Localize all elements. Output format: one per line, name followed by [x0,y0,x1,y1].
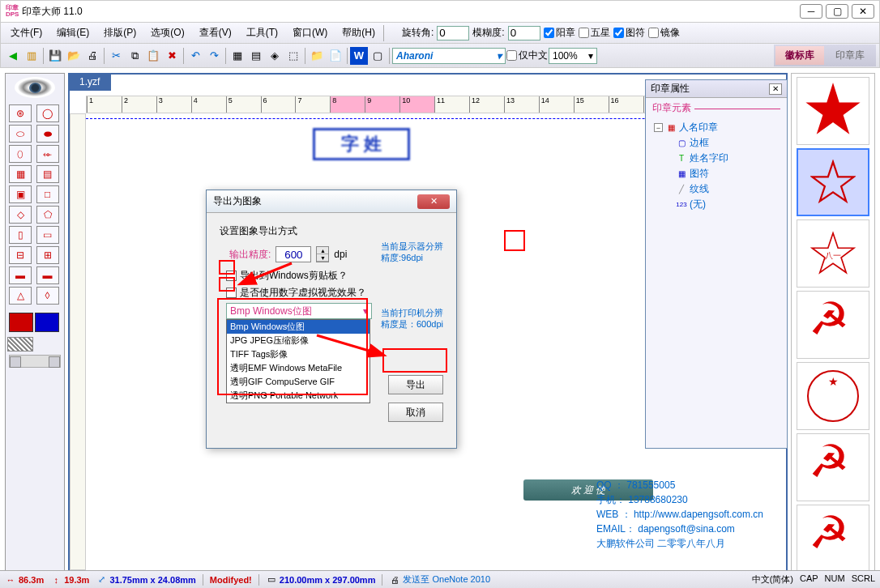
tree-line[interactable]: ╱纹线 [654,181,779,197]
close-button[interactable]: ✕ [852,4,874,19]
shape-diamond[interactable]: ◇ [9,206,32,224]
menu-tools[interactable]: 工具(T) [240,24,284,41]
delete-icon[interactable]: ✖ [163,47,181,65]
fmt-bmp[interactable]: Bmp Windows位图 [227,320,370,334]
tool1-icon[interactable]: ▦ [229,47,246,65]
blur-input[interactable] [508,26,540,40]
shape-square[interactable]: □ [36,185,59,203]
text-icon[interactable]: ▢ [369,47,387,65]
undo-icon[interactable]: ↶ [186,47,204,65]
chk-cn-only[interactable]: 仅中文 [506,49,548,62]
shape-ring[interactable]: ⬰ [36,145,59,163]
minimize-button[interactable]: ─ [800,4,822,19]
menu-view[interactable]: 查看(V) [193,24,238,41]
save-icon[interactable]: 💾 [46,47,64,65]
folder-icon[interactable]: 📁 [308,47,326,65]
back-icon[interactable]: ◀ [4,47,22,65]
menu-layout[interactable]: 排版(P) [97,24,143,41]
print-icon[interactable]: 🖨 [83,47,101,65]
tree-border[interactable]: ▢边框 [654,135,779,151]
shape-rect-text[interactable]: ⊟ [9,246,32,264]
shape-ellipse[interactable]: ⬬ [36,125,59,143]
format-list[interactable]: Bmp Windows位图 JPG JPEG压缩影像 TIFF Tags影像 透… [226,319,370,403]
palette-scrollbar[interactable] [9,355,61,368]
lib-star-outline[interactable] [797,148,869,216]
fmt-tiff[interactable]: TIFF Tags影像 [227,347,370,361]
shape-bars[interactable]: ▤ [36,165,59,183]
chk-yang[interactable]: 阳章 [544,26,575,40]
shape-rect-dbl[interactable]: ⊞ [36,246,59,264]
chk-clipboard[interactable]: 导出到Windows剪贴板？ [226,269,443,283]
cancel-button[interactable]: 取消 [388,403,443,422]
fmt-emf[interactable]: 透明EMF Windows MetaFile [227,361,370,375]
font-select[interactable]: Aharoni▾ [392,48,506,64]
zoom-select[interactable]: 100%▾ [549,48,597,64]
fmt-gif[interactable]: 透明GIF CompuServe GIF [227,375,370,389]
menu-file[interactable]: 文件(F) [4,24,49,41]
shape-tag[interactable]: ⬠ [36,206,59,224]
lib-star-army[interactable]: 八一 [797,219,869,288]
format-select[interactable]: Bmp Windows位图▾ [226,303,372,319]
stamp-preview[interactable]: 字 姓 [313,128,410,160]
tool4-icon[interactable]: ⬚ [284,47,302,65]
menu-help[interactable]: 帮助(H) [335,24,382,41]
shape-rhomb[interactable]: ◊ [36,287,59,305]
spin-up-icon[interactable]: ▲ [317,247,328,254]
cut-icon[interactable]: ✂ [107,47,125,65]
tool2-icon[interactable]: ▤ [247,47,265,65]
hatch-pattern[interactable] [7,337,33,352]
dialog-close-button[interactable]: ✕ [417,194,450,209]
shape-circle-star[interactable]: ⊛ [9,104,32,122]
document-tab[interactable]: 1.yzf [68,73,111,91]
menu-options[interactable]: 选项(O) [144,24,190,41]
chk-wuxing[interactable]: 五星 [579,26,610,40]
doc-icon[interactable]: 📄 [327,47,344,65]
redo-icon[interactable]: ↷ [205,47,223,65]
spin-down-icon[interactable]: ▼ [317,254,328,262]
shape-rect-tall[interactable]: ▯ [9,226,32,244]
lib-hammer-3[interactable] [797,505,869,573]
shape-rect4[interactable]: ▬ [36,266,59,284]
tool3-icon[interactable]: ◈ [266,47,284,65]
tree-symbol[interactable]: ▦图符 [654,166,779,181]
menu-edit[interactable]: 编辑(E) [50,24,96,41]
lib-hammer-1[interactable] [797,291,869,359]
props-close-button[interactable]: ✕ [769,83,782,95]
dpi-spinner[interactable]: ▲ ▼ [316,246,329,262]
lib-star-solid[interactable] [797,77,869,145]
maximize-button[interactable]: ▢ [826,4,848,19]
paste-icon[interactable]: 📋 [144,47,162,65]
tree-name[interactable]: T姓名字印 [654,151,779,166]
shape-triangle[interactable]: △ [9,287,32,305]
w-icon[interactable]: W [350,47,368,65]
chk-tufu[interactable]: 图符 [613,26,645,40]
export-button[interactable]: 导出 [388,375,443,394]
color-red[interactable] [9,313,33,332]
chk-virtual[interactable]: 是否使用数字虚拟视觉效果？ [226,286,443,300]
shape-sq-nested[interactable]: ▣ [9,185,32,203]
tree-root[interactable]: − ▦ 人名印章 [654,120,779,135]
shape-rect-wide[interactable]: ▭ [36,226,59,244]
tab-stamp-lib[interactable]: 印章库 [826,46,874,65]
menubar: 文件(F) 编辑(E) 排版(P) 选项(O) 查看(V) 工具(T) 窗口(W… [0,23,880,44]
fmt-jpg[interactable]: JPG JPEG压缩影像 [227,334,370,347]
chk-mirror[interactable]: 镜像 [648,26,680,40]
lib-emblem[interactable] [797,362,869,430]
shape-rect3[interactable]: ▬ [9,266,32,284]
dpi-input[interactable] [276,246,311,262]
fmt-png[interactable]: 透明PNG Portable Network [227,389,370,403]
shape-ellipse-dbl[interactable]: ⬭ [9,125,32,143]
color-blue[interactable] [35,313,59,332]
tree-collapse-icon[interactable]: − [654,123,663,132]
shape-grid[interactable]: ▦ [9,165,32,183]
menu-window[interactable]: 窗口(W) [286,24,334,41]
lib-hammer-2[interactable] [797,433,869,501]
copy-icon[interactable]: ⧉ [126,47,143,65]
tree-none[interactable]: 123(无) [654,197,779,212]
new-icon[interactable]: ▥ [23,47,41,65]
shape-oval[interactable]: ⬯ [9,145,32,163]
shape-circle[interactable]: ◯ [36,104,59,122]
open-icon[interactable]: 📂 [65,47,83,65]
tab-emblem-lib[interactable]: 徽标库 [775,46,824,65]
rotate-input[interactable] [437,26,469,40]
